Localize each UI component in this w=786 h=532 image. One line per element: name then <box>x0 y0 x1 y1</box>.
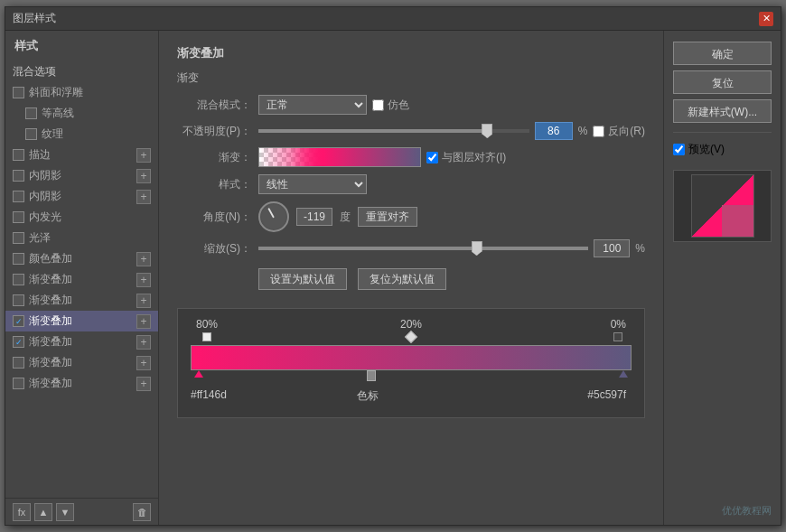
title-bar: 图层样式 ✕ <box>5 7 781 31</box>
left-panel-footer: fx ▲ ▼ 🗑 <box>5 498 158 525</box>
angle-dial[interactable] <box>258 201 289 232</box>
sidebar-item-texture[interactable]: 纹理 <box>5 124 158 145</box>
reset-default-btn[interactable]: 复位为默认值 <box>358 268 446 290</box>
sidebar-item-gradient-overlay5[interactable]: 渐变叠加 + <box>5 352 158 373</box>
gradient-row: 渐变： 与图层对齐(I) <box>177 147 645 167</box>
inner-shadow2-add-btn[interactable]: + <box>136 190 151 204</box>
dither-checkbox-label[interactable]: 仿色 <box>372 98 409 113</box>
sidebar-item-inner-shadow2[interactable]: 内阴影 + <box>5 186 158 207</box>
gradient-overlay4-checkbox[interactable] <box>13 336 24 348</box>
gradient-overlay2-add-btn[interactable]: + <box>136 294 151 308</box>
sidebar-item-contour[interactable]: 等高线 <box>5 103 158 124</box>
gradient-overlay1-label: 渐变叠加 <box>29 272 72 287</box>
reset-button[interactable]: 复位 <box>673 70 772 94</box>
angle-label: 角度(N)： <box>177 210 258 225</box>
gradient-overlay1-checkbox[interactable] <box>13 274 24 285</box>
opacity-slider[interactable] <box>258 129 529 133</box>
style-row: 样式： 线性 <box>177 174 645 194</box>
reverse-checkbox-label[interactable]: 反向(R) <box>593 124 645 139</box>
opacity-input[interactable] <box>535 122 573 140</box>
scale-slider[interactable] <box>258 247 588 250</box>
delete-button[interactable]: 🗑 <box>133 503 151 521</box>
preview-checkbox-wrapper[interactable]: 预览(V) <box>673 142 772 157</box>
stroke-add-btn[interactable]: + <box>136 148 151 163</box>
gradient-overlay4-add-btn[interactable]: + <box>136 335 151 350</box>
sidebar-item-blend-options[interactable]: 混合选项 <box>5 61 158 82</box>
color-overlay-checkbox[interactable] <box>13 253 24 265</box>
gradient-overlay3-add-btn[interactable]: + <box>136 314 151 329</box>
new-style-button[interactable]: 新建样式(W)... <box>673 99 772 123</box>
preview-checkbox[interactable] <box>673 144 685 155</box>
set-default-btn[interactable]: 设置为默认值 <box>258 268 347 290</box>
sidebar-item-stroke[interactable]: 描边 + <box>5 145 158 165</box>
ok-button[interactable]: 确定 <box>673 42 772 65</box>
sidebar-item-inner-glow[interactable]: 内发光 <box>5 207 158 228</box>
sidebar-item-gradient-overlay2[interactable]: 渐变叠加 + <box>5 290 158 311</box>
blend-mode-label: 混合模式： <box>177 98 258 113</box>
stop-label-80: 80% <box>196 318 218 341</box>
sidebar-item-satin[interactable]: 光泽 <box>5 228 158 248</box>
align-checkbox-label[interactable]: 与图层对齐(I) <box>426 150 506 165</box>
action-row: 设置为默认值 复位为默认值 <box>258 268 645 290</box>
blend-options-label: 混合选项 <box>13 64 56 79</box>
stop-0-marker[interactable] <box>613 332 622 341</box>
color-overlay-add-btn[interactable]: + <box>136 252 151 266</box>
sidebar-item-gradient-overlay1[interactable]: 渐变叠加 + <box>5 269 158 290</box>
color-stop-right[interactable] <box>619 370 628 378</box>
blend-mode-select[interactable]: 正常 <box>258 95 367 115</box>
align-checkbox[interactable] <box>426 152 438 163</box>
up-icon: ▲ <box>39 507 49 518</box>
texture-checkbox[interactable] <box>25 128 37 140</box>
gradient-swatch[interactable] <box>258 147 421 167</box>
scale-controls: % <box>258 239 645 257</box>
down-icon: ▼ <box>61 507 70 518</box>
stop-80-marker[interactable] <box>202 332 211 341</box>
sidebar-item-gradient-overlay4[interactable]: 渐变叠加 + <box>5 331 158 352</box>
color-label-ff146d: #ff146d <box>191 388 227 401</box>
dialog-window: 图层样式 ✕ 样式 混合选项 斜面和浮雕 等高线 <box>5 6 781 526</box>
color-stop-left[interactable] <box>194 370 203 378</box>
dither-checkbox[interactable] <box>372 99 384 111</box>
gradient-overlay1-add-btn[interactable]: + <box>136 273 151 287</box>
move-up-button[interactable]: ▲ <box>34 503 52 521</box>
gradient-overlay5-checkbox[interactable] <box>13 357 24 369</box>
color-stop-mid-marker <box>367 370 376 381</box>
satin-label: 光泽 <box>29 230 51 246</box>
contour-checkbox[interactable] <box>25 107 37 119</box>
style-label: 样式： <box>177 177 258 192</box>
gradient-overlay2-checkbox[interactable] <box>13 294 24 306</box>
scale-input[interactable] <box>594 239 630 257</box>
gradient-overlay3-checkbox[interactable] <box>13 315 24 327</box>
reset-align-btn[interactable]: 重置对齐 <box>358 207 417 227</box>
sidebar-item-gradient-overlay6[interactable]: 渐变叠加 + <box>5 373 158 394</box>
sidebar-item-gradient-overlay3[interactable]: 渐变叠加 + <box>5 311 158 331</box>
style-select[interactable]: 线性 <box>258 174 367 194</box>
sidebar-item-inner-shadow1[interactable]: 内阴影 + <box>5 165 158 186</box>
gradient-bar-bg[interactable] <box>191 345 632 370</box>
reverse-checkbox[interactable] <box>593 126 604 137</box>
sidebar-item-color-overlay[interactable]: 颜色叠加 + <box>5 248 158 269</box>
gradient-overlay5-add-btn[interactable]: + <box>136 356 151 370</box>
satin-checkbox[interactable] <box>13 232 24 244</box>
close-button[interactable]: ✕ <box>759 12 773 26</box>
scale-slider-container <box>258 247 588 250</box>
stop-20-marker[interactable] <box>405 331 417 343</box>
preview-label: 预览(V) <box>688 142 725 157</box>
gradient-label: 渐变： <box>177 150 258 165</box>
gradient-overlay6-checkbox[interactable] <box>13 378 24 389</box>
move-down-button[interactable]: ▼ <box>56 503 74 521</box>
color-stop-mid[interactable] <box>367 370 376 381</box>
inner-shadow2-checkbox[interactable] <box>13 191 24 202</box>
inner-shadow1-checkbox[interactable] <box>13 170 24 182</box>
sidebar-item-bevel-emboss[interactable]: 斜面和浮雕 <box>5 82 158 103</box>
right-panel: 确定 复位 新建样式(W)... 预览(V) <box>663 31 781 525</box>
fx-button[interactable]: fx <box>13 503 31 521</box>
bevel-emboss-checkbox[interactable] <box>13 87 24 98</box>
inner-shadow1-add-btn[interactable]: + <box>136 169 151 183</box>
stroke-checkbox[interactable] <box>13 149 24 161</box>
color-label-5c597f: #5c597f <box>587 388 626 401</box>
gradient-swatch-inner <box>259 148 420 166</box>
angle-input[interactable] <box>296 208 332 226</box>
inner-glow-checkbox[interactable] <box>13 211 24 223</box>
gradient-overlay6-add-btn[interactable]: + <box>136 377 151 391</box>
